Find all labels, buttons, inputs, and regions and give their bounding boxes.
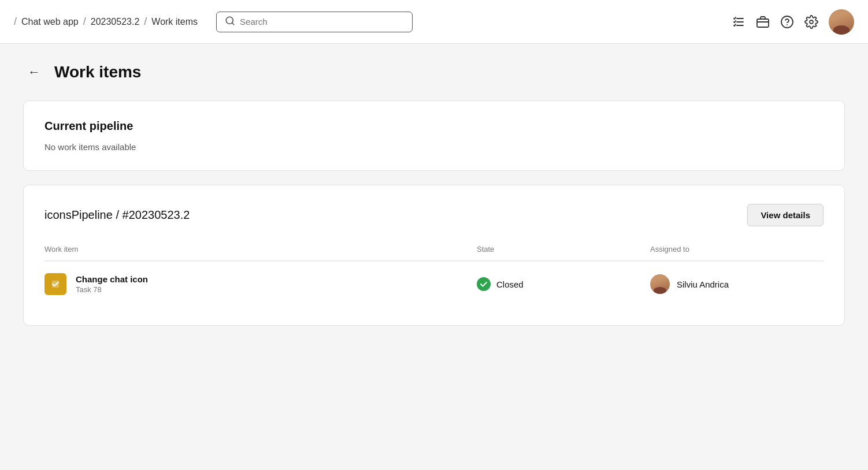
assignee-cell: Silviu Andrica bbox=[650, 274, 824, 294]
table-header: Work item State Assigned to bbox=[44, 240, 824, 261]
breadcrumb-sep-3: / bbox=[144, 16, 147, 28]
breadcrumb: / Chat web app / 20230523.2 / Work items bbox=[14, 16, 198, 28]
svg-line-1 bbox=[232, 23, 234, 24]
page-title: Work items bbox=[54, 63, 141, 81]
breadcrumb-workitems[interactable]: Work items bbox=[151, 17, 198, 27]
work-item-subtitle: Task 78 bbox=[76, 285, 148, 294]
main-content: ← Work items Current pipeline No work it… bbox=[0, 44, 868, 358]
col-assigned-to: Assigned to bbox=[650, 245, 824, 253]
svg-rect-5 bbox=[757, 19, 769, 27]
current-pipeline-empty: No work items available bbox=[44, 142, 824, 152]
search-icon bbox=[225, 16, 235, 28]
col-state: State bbox=[477, 245, 650, 253]
search-input[interactable] bbox=[240, 17, 404, 27]
current-pipeline-card: Current pipeline No work items available bbox=[23, 100, 845, 171]
table-row: Change chat icon Task 78 Closed Silviu A… bbox=[44, 261, 824, 307]
tasks-icon[interactable] bbox=[732, 15, 745, 29]
search-box[interactable] bbox=[216, 12, 413, 32]
task-icon bbox=[44, 273, 66, 295]
assignee-avatar bbox=[650, 274, 670, 294]
state-cell: Closed bbox=[477, 277, 650, 291]
view-details-button[interactable]: View details bbox=[747, 204, 824, 226]
avatar[interactable] bbox=[829, 9, 854, 35]
header: / Chat web app / 20230523.2 / Work items bbox=[0, 0, 868, 44]
page-header: ← Work items bbox=[23, 62, 845, 82]
work-item-info: Change chat icon Task 78 bbox=[44, 273, 477, 295]
breadcrumb-sep-2: / bbox=[83, 16, 86, 28]
pipeline-title: iconsPipeline / #20230523.2 bbox=[44, 208, 190, 222]
svg-point-10 bbox=[810, 20, 813, 24]
svg-point-8 bbox=[781, 16, 793, 28]
icons-pipeline-card: iconsPipeline / #20230523.2 View details… bbox=[23, 185, 845, 326]
col-work-item: Work item bbox=[44, 245, 477, 253]
state-closed-icon bbox=[477, 277, 491, 291]
briefcase-icon[interactable] bbox=[756, 15, 770, 29]
pipeline-header: iconsPipeline / #20230523.2 View details bbox=[44, 204, 824, 226]
work-item-name: Change chat icon bbox=[76, 274, 148, 284]
settings-icon[interactable] bbox=[804, 15, 818, 29]
state-label: Closed bbox=[496, 279, 524, 289]
header-icons bbox=[732, 9, 854, 35]
breadcrumb-sep-1: / bbox=[14, 16, 17, 28]
assignee-name: Silviu Andrica bbox=[677, 279, 729, 289]
breadcrumb-app[interactable]: Chat web app bbox=[21, 17, 79, 27]
breadcrumb-version[interactable]: 20230523.2 bbox=[91, 17, 140, 27]
help-icon[interactable] bbox=[780, 15, 794, 29]
current-pipeline-title: Current pipeline bbox=[44, 120, 824, 133]
back-button[interactable]: ← bbox=[23, 62, 45, 82]
